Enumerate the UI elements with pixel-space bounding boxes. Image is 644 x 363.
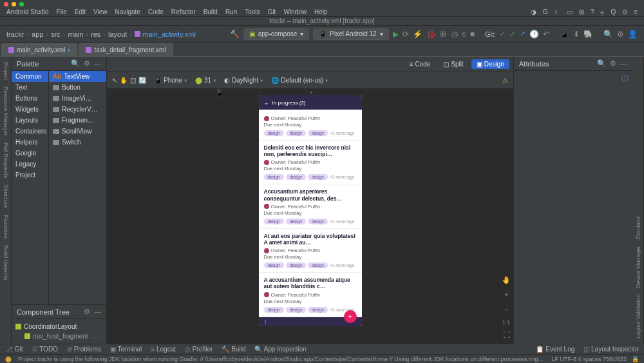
tool-logcat-button[interactable]: ≡ Logcat: [151, 346, 176, 353]
sync-icon[interactable]: 🐘: [583, 30, 593, 39]
menu-item[interactable]: Tools: [245, 8, 260, 15]
palette-category[interactable]: Widgets: [12, 104, 48, 115]
git-history-icon[interactable]: 🕐: [529, 30, 539, 39]
device-selector[interactable]: 📱Pixel Android 12▾: [313, 28, 388, 40]
system-icon[interactable]: G: [543, 8, 548, 15]
tool-window-button[interactable]: Pull Requests: [3, 142, 9, 179]
menu-item[interactable]: Help: [314, 8, 328, 15]
status-lock-icon[interactable]: 🔒: [632, 356, 639, 362]
tool-build-button[interactable]: 🔨 Build: [222, 346, 245, 353]
orientation-icon[interactable]: 🔄: [138, 77, 146, 84]
system-icon[interactable]: ☾: [554, 8, 560, 15]
status-indicator-icon[interactable]: ⬤: [5, 356, 12, 362]
system-icon[interactable]: ▭: [567, 8, 573, 15]
attributes-minimize-icon[interactable]: —: [620, 59, 627, 68]
system-icon[interactable]: Q: [611, 8, 616, 15]
run-button-icon[interactable]: ▶: [393, 30, 399, 39]
git-rollback-icon[interactable]: ↶: [543, 30, 549, 39]
palette-item[interactable]: ScrollView: [49, 126, 106, 137]
palette-category[interactable]: Legacy: [12, 159, 48, 170]
tool-todo-button[interactable]: ☑ TODO: [32, 346, 58, 353]
menu-item[interactable]: Code: [148, 8, 164, 15]
menu-item[interactable]: Build: [204, 8, 218, 15]
palette-category[interactable]: Containers: [12, 126, 48, 137]
crumb[interactable]: app: [32, 30, 43, 38]
palette-item[interactable]: Fragmen…: [49, 115, 106, 126]
system-icon[interactable]: ◑: [531, 8, 536, 15]
menu-item[interactable]: File: [57, 8, 67, 15]
tool-window-button[interactable]: Emulator: [635, 216, 641, 239]
tool-problems-button[interactable]: ⊘ Problems: [67, 346, 101, 353]
preview-device[interactable]: ⌄ In progress (2) Owner: Peaceful Puffin…: [259, 95, 362, 326]
palette-search-icon[interactable]: 🔍: [71, 59, 80, 68]
system-icon[interactable]: ⊞: [579, 8, 584, 15]
palette-category[interactable]: Google: [12, 148, 48, 159]
crumb-file[interactable]: main_activity.xml: [135, 30, 196, 38]
menu-item[interactable]: Run: [225, 8, 237, 15]
debug-icon[interactable]: 🐞: [426, 30, 436, 39]
zoom-fit-icon[interactable]: ⛶: [503, 331, 510, 338]
palette-minimize-icon[interactable]: —: [94, 59, 101, 68]
tool-git-button[interactable]: ⎇ Git: [5, 346, 23, 353]
status-encoding[interactable]: LF UTF-8 4 spaces 756cf622: [551, 356, 627, 362]
system-icon[interactable]: ?: [591, 8, 594, 15]
api-level-selector[interactable]: ⬤31▾: [195, 77, 216, 84]
menu-item[interactable]: View: [93, 8, 108, 15]
breadcrumb[interactable]: trackr› app› src› main› res› layout› mai…: [6, 30, 196, 38]
tab-task-detail-fragment[interactable]: task_detail_fragment.xml: [79, 43, 173, 56]
locale-selector[interactable]: 🌐Default (en-us)▾: [271, 77, 328, 84]
profiler-icon[interactable]: ◷: [451, 30, 458, 39]
menu-item[interactable]: Window: [283, 8, 307, 15]
palette-category[interactable]: Layouts: [12, 115, 48, 126]
tool-window-button[interactable]: Project: [3, 62, 9, 80]
pan-tool-icon[interactable]: ✋: [120, 77, 128, 84]
git-push-icon[interactable]: ↗: [520, 30, 526, 38]
menu-item[interactable]: Refactor: [171, 8, 196, 15]
tree-node-child[interactable]: nav_host_fragment …: [15, 331, 102, 341]
tool-window-button[interactable]: Device Manager: [635, 246, 641, 288]
palette-category[interactable]: Buttons: [12, 93, 48, 104]
crumb[interactable]: res: [91, 30, 100, 38]
palette-settings-icon[interactable]: ⚙: [84, 59, 90, 68]
palette-category[interactable]: Project: [12, 170, 48, 181]
tool-window-button[interactable]: Resource Manager: [3, 86, 9, 136]
palette-item[interactable]: Button: [49, 82, 106, 93]
tab-main-activity[interactable]: main_activity.xml: [1, 43, 77, 56]
sdk-manager-icon[interactable]: ⬇: [573, 30, 580, 39]
maximize-window-icon[interactable]: [19, 2, 24, 6]
zoom-out-icon[interactable]: －: [503, 304, 510, 314]
attributes-settings-icon[interactable]: ⚙: [610, 59, 616, 68]
tool-window-button[interactable]: Build Variants: [3, 245, 9, 280]
palette-item[interactable]: AbTextView: [49, 71, 106, 82]
palette-category[interactable]: Common: [12, 71, 48, 82]
apply-changes-icon[interactable]: ⟳: [402, 30, 409, 39]
tool-window-button[interactable]: Favorites: [3, 215, 9, 239]
info-hint-icon[interactable]: ⓘ: [514, 71, 632, 86]
palette-category[interactable]: Helpers: [12, 137, 48, 148]
minimize-window-icon[interactable]: [12, 2, 16, 6]
tool-window-button[interactable]: Layout Validation: [635, 295, 641, 338]
menu-item[interactable]: Navigate: [115, 8, 140, 15]
split-mode-button[interactable]: ◫Split: [438, 59, 468, 69]
device-type-selector[interactable]: 📱Phone▾: [154, 77, 187, 84]
design-blueprint-icon[interactable]: ◫: [130, 77, 136, 84]
zoom-1to1-button[interactable]: 1:1: [502, 319, 511, 326]
tree-settings-icon[interactable]: ⚙: [84, 308, 90, 316]
tree-minimize-icon[interactable]: —: [94, 308, 101, 316]
menu-item[interactable]: Edit: [75, 8, 86, 15]
palette-item[interactable]: RecyclerV…: [49, 104, 106, 115]
warnings-icon[interactable]: ⚠: [502, 77, 508, 84]
code-mode-button[interactable]: ≡Code: [404, 59, 436, 69]
tool-terminal-button[interactable]: ▣ Terminal: [110, 346, 142, 353]
close-window-icon[interactable]: [4, 2, 8, 6]
attributes-search-icon[interactable]: 🔍: [597, 59, 606, 68]
crumb[interactable]: layout: [108, 30, 127, 38]
avd-manager-icon[interactable]: 📱: [560, 30, 569, 39]
tool-profiler-button[interactable]: ◷ Profiler: [185, 346, 213, 353]
crumb[interactable]: trackr: [6, 30, 24, 38]
palette-category[interactable]: Text: [12, 82, 48, 93]
crumb[interactable]: main: [68, 30, 84, 38]
apply-code-changes-icon[interactable]: ⚡: [413, 30, 422, 39]
system-icon[interactable]: ⊙: [622, 8, 627, 15]
coverage-icon[interactable]: ⛨: [440, 30, 448, 39]
